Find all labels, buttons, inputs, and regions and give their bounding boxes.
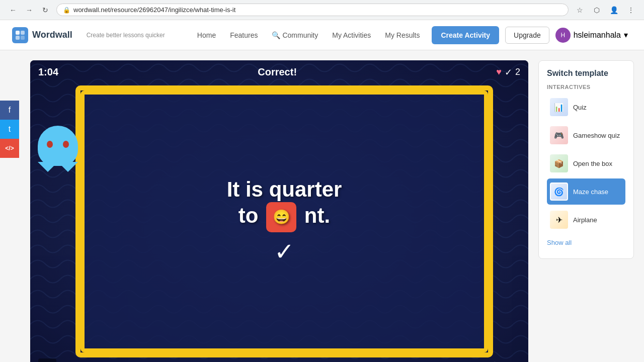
browser-chrome: ← → ↻ 🔒 wordwall.net/resource/26962047/i… <box>0 0 644 20</box>
game-main-text-line1: It is quarter <box>227 177 342 202</box>
template-item-quiz[interactable]: 📊Quiz <box>547 94 625 120</box>
game-right-controls: 🔊 ⛶ <box>486 359 520 362</box>
quiz-template-name: Quiz <box>573 104 587 111</box>
openbox-template-name: Open the box <box>573 160 612 167</box>
browser-nav-buttons: ← → ↻ <box>6 3 52 17</box>
gameshow-template-icon: 🎮 <box>550 126 568 144</box>
menu-dots-button[interactable]: ⋮ <box>624 3 638 17</box>
fullscreen-button[interactable]: ⛶ <box>506 359 520 362</box>
game-frame: It is quarter to 😄 nt. ✓ <box>80 90 488 352</box>
username-label: hsleimanhala <box>574 31 621 40</box>
svg-rect-2 <box>16 36 20 40</box>
address-bar[interactable]: 🔒 wordwall.net/resource/26962047/ingiliz… <box>56 4 569 16</box>
svg-rect-3 <box>21 36 25 40</box>
game-menu-button[interactable]: ☰ <box>38 358 56 362</box>
twitter-icon: t <box>9 125 11 134</box>
logo-area: Wordwall <box>12 27 72 43</box>
extensions-button[interactable]: ⬡ <box>590 3 604 17</box>
nav-features[interactable]: Features <box>224 27 264 43</box>
twitter-share-button[interactable]: t <box>0 120 19 139</box>
nav-community[interactable]: 🔍 Community <box>266 27 324 43</box>
template-item-maze[interactable]: 🌀Maze chase <box>547 178 625 205</box>
panel-title: Switch template <box>547 69 625 78</box>
templates-list: 📊Quiz🎮Gameshow quiz📦Open the box🌀Maze ch… <box>547 94 625 233</box>
game-timer: 1:04 <box>38 66 58 78</box>
tagline: Create better lessons quicker <box>87 32 165 39</box>
embed-button[interactable]: </> <box>0 139 19 158</box>
search-icon: 🔍 <box>272 31 280 39</box>
user-menu[interactable]: H hsleimanhala ▾ <box>551 26 632 45</box>
svg-rect-1 <box>21 31 25 35</box>
facebook-share-button[interactable]: f <box>0 101 19 120</box>
url-text: wordwall.net/resource/26962047/ingilizce… <box>73 6 235 14</box>
template-item-openbox[interactable]: 📦Open the box <box>547 150 625 176</box>
score-value: 2 <box>515 67 520 77</box>
logo-icon <box>12 27 28 43</box>
correct-label: Correct! <box>258 66 297 78</box>
game-container[interactable]: 1:04 Correct! ♥ ✓ 2 <box>30 60 528 362</box>
heart-icon: ♥ <box>496 67 502 77</box>
chevron-down-icon: ▾ <box>624 30 628 40</box>
volume-button[interactable]: 🔊 <box>486 359 502 362</box>
nav-my-activities[interactable]: My Activities <box>326 27 377 43</box>
game-controls-bottom: ☰ 🔊 ⛶ <box>30 352 528 362</box>
blue-ghost-body <box>38 126 78 166</box>
game-main-text-line2: to 😄 nt. <box>227 202 342 232</box>
browser-actions: ☆ ⬡ 👤 ⋮ <box>573 3 638 17</box>
nav-home[interactable]: Home <box>191 27 222 43</box>
quiz-template-icon: 📊 <box>550 98 568 116</box>
back-button[interactable]: ← <box>6 3 20 17</box>
main-layout: 1:04 Correct! ♥ ✓ 2 <box>0 50 644 362</box>
red-character-inline: 😄 <box>266 202 296 232</box>
create-activity-button[interactable]: Create Activity <box>432 26 499 44</box>
gameshow-template-name: Gameshow quiz <box>573 132 620 139</box>
right-sidebar: Switch template INTERACTIVES 📊Quiz🎮Games… <box>538 60 634 362</box>
app-header: Wordwall Create better lessons quicker H… <box>0 20 644 50</box>
lock-icon: 🔒 <box>63 7 70 14</box>
content-area: 1:04 Correct! ♥ ✓ 2 <box>30 60 528 362</box>
forward-button[interactable]: → <box>22 3 36 17</box>
facebook-icon: f <box>9 106 11 115</box>
game-hud: 1:04 Correct! ♥ ✓ 2 <box>30 60 528 84</box>
switch-template-panel: Switch template INTERACTIVES 📊Quiz🎮Games… <box>538 60 634 259</box>
template-item-gameshow[interactable]: 🎮Gameshow quiz <box>547 122 625 148</box>
reload-button[interactable]: ↻ <box>38 3 52 17</box>
ghost-eye-left <box>47 141 53 148</box>
game-checkmark: ✓ <box>227 237 342 265</box>
game-inner: 1:04 Correct! ♥ ✓ 2 <box>30 60 528 362</box>
svg-rect-0 <box>16 31 20 35</box>
user-avatar: H <box>555 28 571 43</box>
show-all-button[interactable]: Show all <box>547 235 625 250</box>
game-score-area: ♥ ✓ 2 <box>496 67 520 78</box>
blue-ghost-character <box>38 126 83 171</box>
maze-template-name: Maze chase <box>573 188 608 196</box>
code-icon: </> <box>5 145 14 152</box>
panel-section-label: INTERACTIVES <box>547 84 625 90</box>
game-text-content: It is quarter to 😄 nt. ✓ <box>227 177 342 265</box>
template-item-airplane[interactable]: ✈Airplane <box>547 207 625 233</box>
profile-button[interactable]: 👤 <box>607 3 621 17</box>
bookmark-button[interactable]: ☆ <box>573 3 587 17</box>
airplane-template-name: Airplane <box>573 216 597 224</box>
check-score-icon: ✓ <box>505 67 512 78</box>
ghost-eye-right <box>63 141 69 148</box>
logo-text: Wordwall <box>32 30 72 40</box>
airplane-template-icon: ✈ <box>550 211 568 229</box>
nav-my-results[interactable]: My Results <box>379 27 426 43</box>
openbox-template-icon: 📦 <box>550 154 568 172</box>
maze-template-icon: 🌀 <box>550 183 568 201</box>
social-sidebar: f t </> <box>0 101 19 158</box>
upgrade-button[interactable]: Upgrade <box>505 27 549 44</box>
wordwall-logo-svg <box>15 30 25 40</box>
header-nav: Home Features 🔍 Community My Activities … <box>191 26 632 45</box>
